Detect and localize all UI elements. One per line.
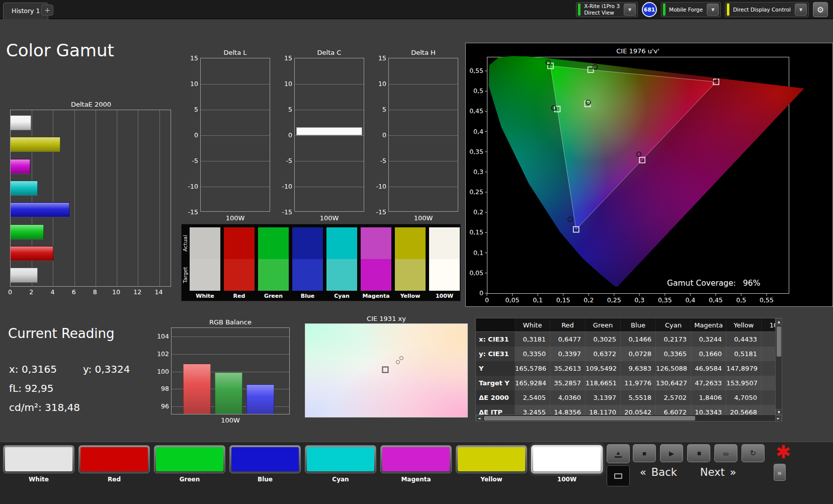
patch-frame <box>154 445 225 473</box>
results-table: WhiteRedGreenBlueCyanMagentaYellow100Wx:… <box>475 318 782 422</box>
results-column-header: White <box>515 318 550 331</box>
display-control-chevron-down-icon[interactable]: ▼ <box>795 4 807 16</box>
display-control-text: Direct Display Control <box>733 7 791 13</box>
meter-mode: Direct View <box>584 10 620 16</box>
results-row-4[interactable]: Target Y165,928435,2857118,665111,977613… <box>476 376 782 390</box>
patch-color <box>231 447 299 471</box>
swatch-label: Blue <box>292 291 323 301</box>
delta-plot <box>388 58 458 212</box>
patch-button-100w[interactable]: 100W <box>531 445 603 483</box>
results-row-5[interactable]: ΔE 20002,54054,03603,13975,55182,57021,8… <box>476 390 782 405</box>
patch-button-blue[interactable]: Blue <box>229 445 301 483</box>
results-cell: 4,7050 <box>726 390 762 405</box>
cie1976-y-tick: 0,05 <box>469 269 483 277</box>
cie1976-y-tick: 0,2 <box>473 208 483 216</box>
results-cell: 0,3244 <box>691 332 726 347</box>
cie1976-y-tick: 0,5 <box>473 87 483 95</box>
delta-chart-delta-c: Delta C151050-5-10-15100W <box>280 49 366 222</box>
results-column-header: Red <box>550 318 586 331</box>
eject-icon: ▲ <box>616 450 621 455</box>
display-control-dropdown[interactable]: Direct Display Control ▼ <box>725 2 809 17</box>
horizontal-scroll-thumb[interactable] <box>484 416 695 421</box>
play-button[interactable]: ▶ <box>660 444 683 462</box>
patch-button-cyan[interactable]: Cyan <box>305 445 376 483</box>
current-reading-x: x: 0,3165 <box>9 363 57 375</box>
delta-y-axis: 151050-5-10-15 <box>374 58 388 212</box>
table-horizontal-scrollbar[interactable]: ◄ ► <box>476 414 782 421</box>
raise-meter-button[interactable]: ▲ <box>607 444 630 463</box>
patch-button-magenta[interactable]: Magenta <box>380 445 452 483</box>
swatch-strip: Actual Target WhiteRedGreenBlueCyanMagen… <box>181 224 461 301</box>
results-row-3[interactable]: Y165,578635,2613109,54929,6383126,508846… <box>476 361 782 376</box>
alert-asterisk-icon[interactable]: ✱ <box>776 442 791 462</box>
swatch-row-label-target: Target <box>182 260 189 291</box>
results-cell: 4,0360 <box>550 390 586 405</box>
patch-frame <box>531 445 603 473</box>
delta-gridline <box>295 110 364 110</box>
table-vertical-scrollbar[interactable]: ▲ ▼ <box>775 318 782 415</box>
patch-label: Green <box>154 476 225 483</box>
results-row-1[interactable]: x: CIE310,31810,64770,30250,14660,21730,… <box>476 332 782 347</box>
pause-button[interactable]: ▮▮ <box>687 444 710 462</box>
cie1976-y-tick: 0,4 <box>473 128 483 135</box>
back-button[interactable]: « Back <box>635 463 682 481</box>
delta-x-label: 100W <box>200 214 270 222</box>
next-button[interactable]: Next » <box>695 463 741 481</box>
patch-color <box>156 447 223 471</box>
deltae-x-tick-label: 12 <box>133 288 141 296</box>
delta-y-tick-label: 10 <box>284 80 292 88</box>
delta-y-axis: 151050-5-10-15 <box>280 58 294 212</box>
cie1931-panel: CIE 1931 xy <box>305 315 468 417</box>
results-cell: 130,6427 <box>656 376 691 390</box>
reset-button[interactable]: ↻ <box>741 444 765 462</box>
results-row-label: Y <box>476 361 515 376</box>
results-column-header: Yellow <box>726 318 762 331</box>
results-cell: 0,1466 <box>621 332 656 347</box>
current-reading-y: y: 0,3324 <box>83 363 130 375</box>
results-cell: 165,9284 <box>515 376 550 390</box>
cie1976-x-tick: 0,15 <box>556 296 570 304</box>
continuous-icon: ∞ <box>723 449 729 458</box>
delta-gridline <box>201 135 270 136</box>
scroll-right-button[interactable]: ► <box>775 415 782 422</box>
deltae-gridline <box>117 110 117 286</box>
patch-button-white[interactable]: White <box>3 445 74 483</box>
patch-button-red[interactable]: Red <box>78 445 150 483</box>
scroll-up-button[interactable]: ▲ <box>776 318 782 325</box>
patch-frame <box>3 445 74 473</box>
delta-y-tick-label: -10 <box>376 183 386 190</box>
delta-y-tick-label: 5 <box>382 106 386 113</box>
results-row-label: y: CIE31 <box>476 347 515 361</box>
cie1931-measured-marker <box>399 356 403 360</box>
cie1976-y-tick: 0,3 <box>473 168 483 176</box>
page-forward-button[interactable]: » <box>774 464 786 481</box>
patch-button-green[interactable]: Green <box>154 445 225 483</box>
source-dropdown[interactable]: Mobile Forge ▼ <box>661 2 721 17</box>
results-row-2[interactable]: y: CIE310,33500,33970,63720,07280,33650,… <box>476 347 782 361</box>
results-row-label: Target Y <box>476 376 515 390</box>
meter-dropdown[interactable]: X-Rite i1Pro 3 Direct View ▼ <box>576 2 638 17</box>
patch-button-yellow[interactable]: Yellow <box>456 445 527 483</box>
swatch-column-red: Red <box>224 227 255 301</box>
settings-gear-button[interactable]: ⚙ <box>813 2 828 17</box>
results-cell: 11,9776 <box>621 376 656 390</box>
results-table-header-row: WhiteRedGreenBlueCyanMagentaYellow100W <box>476 318 782 332</box>
add-tab-button[interactable]: + <box>41 5 53 16</box>
vertical-scroll-thumb[interactable] <box>777 326 781 357</box>
swatch-row-label-actual: Actual <box>182 228 189 259</box>
continuous-button[interactable]: ∞ <box>714 444 737 462</box>
swatch-label: Magenta <box>361 291 391 301</box>
results-column-header: Magenta <box>691 318 726 331</box>
display-preview-button[interactable] <box>607 465 630 486</box>
delta-y-tick-label: -15 <box>282 208 292 216</box>
delta-y-tick-label: -10 <box>282 183 292 190</box>
delta-plot <box>200 58 270 212</box>
scroll-left-button[interactable]: ◄ <box>476 415 482 422</box>
results-cell: 147,8979 <box>726 361 762 376</box>
stop-button[interactable]: ■ <box>633 444 656 462</box>
source-chevron-down-icon[interactable]: ▼ <box>707 4 719 16</box>
meter-chevron-down-icon[interactable]: ▼ <box>624 4 636 16</box>
results-cell: 153,9507 <box>726 376 762 390</box>
results-cell: 2,5405 <box>515 390 550 405</box>
delta-y-axis: 151050-5-10-15 <box>186 58 200 212</box>
